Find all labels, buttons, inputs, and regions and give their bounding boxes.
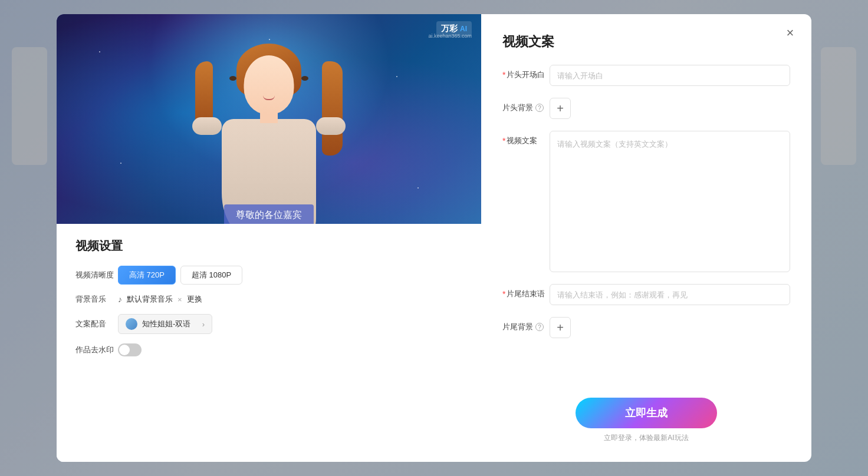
music-close-icon[interactable]: × xyxy=(177,295,182,304)
content-required-mark: * xyxy=(502,136,505,146)
tail-bg-label-text: 片尾背景 xyxy=(502,322,533,332)
tail-bg-help-icon[interactable]: ? xyxy=(535,323,544,331)
header-bg-label-text: 片头背景 xyxy=(502,103,533,113)
opening-label-text: 片头开场白 xyxy=(507,70,545,80)
modal-overlay: × xyxy=(0,0,868,476)
video-thumbnail: 万彩 AI ai.keehan365.com xyxy=(57,14,481,224)
close-button[interactable]: × xyxy=(781,24,800,42)
ending-row: * 片尾结束语 xyxy=(502,284,790,305)
right-panel: 视频文案 * 片头开场白 片头背景 ? + * xyxy=(481,14,811,462)
modal-dialog: × xyxy=(57,14,811,462)
ending-required-mark: * xyxy=(502,289,505,299)
content-textarea[interactable] xyxy=(550,131,790,272)
content-row: * 视频文案 xyxy=(502,131,790,272)
settings-section: 视频设置 视频清晰度 高清 720P 超清 1080P 背景音乐 ♪ 默认背景音… xyxy=(57,224,481,462)
opening-required-mark: * xyxy=(502,70,505,80)
header-bg-help-icon[interactable]: ? xyxy=(535,104,544,112)
opening-row: * 片头开场白 xyxy=(502,65,790,86)
brand-ai-text: AI xyxy=(460,25,467,33)
voice-row: 文案配音 知性姐姐-双语 › xyxy=(75,314,462,334)
brand-url: ai.keehan365.com xyxy=(428,33,472,39)
voice-avatar xyxy=(126,318,137,330)
header-bg-row: 片头背景 ? + xyxy=(502,98,790,119)
header-bg-add-button[interactable]: + xyxy=(550,98,571,119)
ending-label: * 片尾结束语 xyxy=(502,284,550,299)
quality-label: 视频清晰度 xyxy=(75,270,118,280)
video-subtitle: 尊敬的各位嘉宾 xyxy=(224,204,314,224)
tail-bg-label: 片尾背景 ? xyxy=(502,317,550,332)
content-label-text: 视频文案 xyxy=(507,135,537,146)
music-row: 背景音乐 ♪ 默认背景音乐 × 更换 xyxy=(75,294,462,305)
ai-character xyxy=(186,38,351,224)
settings-title: 视频设置 xyxy=(75,238,462,254)
watermark-label: 作品去水印 xyxy=(75,345,118,355)
content-label: * 视频文案 xyxy=(502,131,550,146)
ending-label-text: 片尾结束语 xyxy=(507,289,545,299)
music-label: 背景音乐 xyxy=(75,294,118,305)
voice-selector[interactable]: 知性姐姐-双语 › xyxy=(118,314,212,334)
music-change-button[interactable]: 更换 xyxy=(187,294,202,305)
video-preview-area: 万彩 AI ai.keehan365.com xyxy=(57,14,481,224)
watermark-row: 作品去水印 xyxy=(75,343,462,356)
music-icon: ♪ xyxy=(118,295,122,304)
voice-name: 知性姐姐-双语 xyxy=(142,319,190,329)
generate-button[interactable]: 立即生成 xyxy=(576,398,717,428)
chevron-right-icon: › xyxy=(202,320,205,329)
generate-hint: 立即登录，体验最新AI玩法 xyxy=(502,433,790,443)
tail-bg-add-button[interactable]: + xyxy=(550,317,571,338)
generate-section: 立即生成 立即登录，体验最新AI玩法 xyxy=(502,384,790,443)
header-bg-label: 片头背景 ? xyxy=(502,98,550,113)
watermark-toggle[interactable] xyxy=(118,343,142,356)
opening-input[interactable] xyxy=(550,65,790,86)
left-panel: 万彩 AI ai.keehan365.com xyxy=(57,14,481,462)
ending-input[interactable] xyxy=(550,284,790,305)
voice-label: 文案配音 xyxy=(75,319,118,329)
quality-1080p-button[interactable]: 超清 1080P xyxy=(180,266,242,285)
right-panel-title: 视频文案 xyxy=(502,33,790,51)
music-info: ♪ 默认背景音乐 × 更换 xyxy=(118,294,202,305)
quality-row: 视频清晰度 高清 720P 超清 1080P xyxy=(75,266,462,285)
music-name: 默认背景音乐 xyxy=(127,294,173,305)
quality-720p-button[interactable]: 高清 720P xyxy=(118,266,176,285)
opening-label: * 片头开场白 xyxy=(502,65,550,80)
tail-bg-row: 片尾背景 ? + xyxy=(502,317,790,338)
